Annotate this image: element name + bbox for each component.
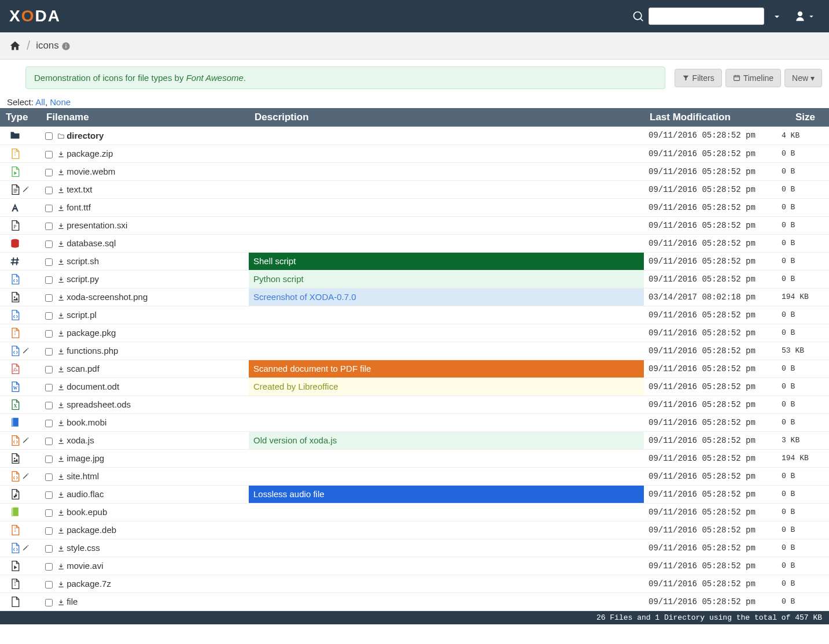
- table-row[interactable]: book.epub09/11/2016 05:28:52 pm0 B: [0, 503, 829, 521]
- table-row[interactable]: functions.php09/11/2016 05:28:52 pm53 KB: [0, 342, 829, 360]
- file-link[interactable]: file: [67, 597, 78, 606]
- download-icon[interactable]: [57, 471, 65, 481]
- row-checkbox[interactable]: [45, 312, 53, 320]
- table-row[interactable]: audio.flacLossless audio file09/11/2016 …: [0, 485, 829, 503]
- download-icon[interactable]: [57, 274, 65, 284]
- download-icon[interactable]: [57, 310, 65, 320]
- table-row[interactable]: site.html09/11/2016 05:28:52 pm0 B: [0, 467, 829, 485]
- table-row[interactable]: xoda.jsOld version of xoda.js09/11/2016 …: [0, 431, 829, 449]
- timeline-button[interactable]: Timeline: [725, 69, 781, 87]
- file-link[interactable]: package.7z: [67, 579, 111, 589]
- file-link[interactable]: package.zip: [67, 149, 113, 158]
- search-options-toggle[interactable]: [769, 11, 785, 21]
- row-checkbox[interactable]: [45, 563, 53, 571]
- col-description[interactable]: Description: [249, 108, 644, 127]
- table-row[interactable]: scan.pdfScanned document to PDF file09/1…: [0, 360, 829, 377]
- download-icon[interactable]: [57, 184, 65, 194]
- row-checkbox[interactable]: [45, 473, 53, 481]
- download-icon[interactable]: [57, 292, 65, 302]
- table-row[interactable]: directory09/11/2016 05:28:52 pm4 KB: [0, 127, 829, 145]
- search-input[interactable]: [649, 8, 764, 25]
- file-link[interactable]: xoda.js: [67, 435, 94, 445]
- user-menu[interactable]: [790, 10, 820, 22]
- file-link[interactable]: book.epub: [67, 507, 107, 517]
- table-row[interactable]: image.jpg09/11/2016 05:28:52 pm194 KB: [0, 449, 829, 467]
- file-link[interactable]: scan.pdf: [67, 364, 100, 373]
- row-checkbox[interactable]: [45, 581, 53, 589]
- file-link[interactable]: script.py: [67, 274, 99, 284]
- download-icon[interactable]: [57, 220, 65, 230]
- file-link[interactable]: audio.flac: [67, 489, 104, 499]
- file-link[interactable]: functions.php: [67, 346, 118, 356]
- table-row[interactable]: package.pkg09/11/2016 05:28:52 pm0 B: [0, 324, 829, 342]
- download-icon[interactable]: [57, 238, 65, 248]
- table-row[interactable]: database.sql09/11/2016 05:28:52 pm0 B: [0, 234, 829, 252]
- download-icon[interactable]: [57, 435, 65, 445]
- file-link[interactable]: presentation.sxi: [67, 220, 127, 230]
- table-row[interactable]: presentation.sxi09/11/2016 05:28:52 pm0 …: [0, 216, 829, 234]
- download-icon[interactable]: [57, 507, 65, 517]
- file-link[interactable]: image.jpg: [67, 453, 104, 463]
- table-row[interactable]: font.ttf09/11/2016 05:28:52 pm0 B: [0, 198, 829, 216]
- row-checkbox[interactable]: [45, 545, 53, 553]
- pencil-icon[interactable]: [22, 183, 30, 193]
- row-checkbox[interactable]: [45, 509, 53, 517]
- row-checkbox[interactable]: [45, 491, 53, 499]
- row-checkbox[interactable]: [45, 438, 53, 445]
- row-checkbox[interactable]: [45, 294, 53, 302]
- col-size[interactable]: Size: [777, 108, 829, 127]
- row-checkbox[interactable]: [45, 187, 53, 194]
- select-all-link[interactable]: All: [35, 97, 45, 107]
- row-checkbox[interactable]: [45, 223, 53, 230]
- download-icon[interactable]: [57, 202, 65, 212]
- file-link[interactable]: database.sql: [67, 238, 116, 248]
- download-icon[interactable]: [57, 597, 65, 606]
- download-icon[interactable]: [57, 579, 65, 589]
- row-checkbox[interactable]: [45, 366, 53, 373]
- table-row[interactable]: style.css09/11/2016 05:28:52 pm0 B: [0, 539, 829, 557]
- select-none-link[interactable]: None: [50, 97, 71, 107]
- search-icon[interactable]: [632, 10, 644, 22]
- download-icon[interactable]: [57, 328, 65, 338]
- download-icon[interactable]: [57, 561, 65, 571]
- row-checkbox[interactable]: [45, 348, 53, 356]
- download-icon[interactable]: [57, 543, 65, 553]
- col-filename[interactable]: Filename: [40, 108, 249, 127]
- table-row[interactable]: script.pl09/11/2016 05:28:52 pm0 B: [0, 306, 829, 324]
- download-icon[interactable]: [57, 364, 65, 373]
- row-checkbox[interactable]: [45, 420, 53, 427]
- download-icon[interactable]: [57, 489, 65, 499]
- row-checkbox[interactable]: [45, 151, 53, 158]
- logo[interactable]: XODA: [9, 7, 61, 25]
- new-button[interactable]: New ▾: [784, 69, 822, 87]
- file-link[interactable]: book.mobi: [67, 417, 106, 427]
- file-link[interactable]: text.txt: [67, 184, 92, 194]
- info-icon[interactable]: [61, 40, 71, 51]
- row-checkbox[interactable]: [45, 240, 53, 248]
- file-link[interactable]: xoda-screenshot.png: [67, 292, 148, 302]
- pencil-icon[interactable]: [22, 345, 30, 354]
- table-row[interactable]: package.7z09/11/2016 05:28:52 pm0 B: [0, 575, 829, 593]
- row-checkbox[interactable]: [45, 169, 53, 176]
- pencil-icon[interactable]: [22, 542, 30, 552]
- download-icon[interactable]: [57, 417, 65, 427]
- file-link[interactable]: package.deb: [67, 525, 116, 535]
- file-link[interactable]: movie.avi: [67, 561, 103, 571]
- download-icon[interactable]: [57, 256, 65, 266]
- row-checkbox[interactable]: [45, 599, 53, 606]
- file-link[interactable]: site.html: [67, 471, 99, 481]
- download-icon[interactable]: [57, 346, 65, 356]
- table-row[interactable]: text.txt09/11/2016 05:28:52 pm0 B: [0, 180, 829, 198]
- row-checkbox[interactable]: [45, 384, 53, 391]
- pencil-icon[interactable]: [22, 434, 30, 444]
- breadcrumb-home[interactable]: [9, 40, 21, 52]
- file-link[interactable]: script.sh: [67, 256, 99, 266]
- table-row[interactable]: movie.webm09/11/2016 05:28:52 pm0 B: [0, 162, 829, 180]
- table-row[interactable]: script.shShell script09/11/2016 05:28:52…: [0, 252, 829, 270]
- table-row[interactable]: xoda-screenshot.pngScreenshot of XODA-0.…: [0, 288, 829, 306]
- col-modified[interactable]: Last Modification: [644, 108, 777, 127]
- row-checkbox[interactable]: [45, 402, 53, 409]
- file-link[interactable]: script.pl: [67, 310, 97, 320]
- file-link[interactable]: font.ttf: [67, 202, 91, 212]
- row-checkbox[interactable]: [45, 330, 53, 338]
